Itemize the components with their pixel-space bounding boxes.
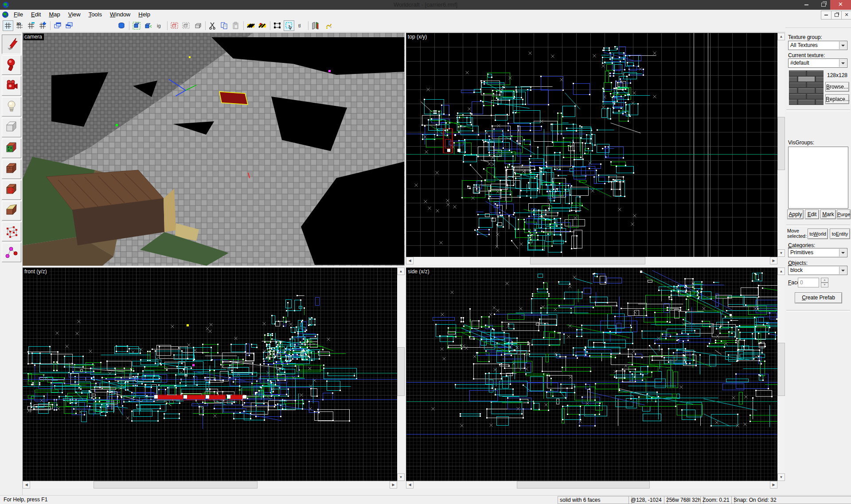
smaller-grid-icon[interactable]	[26, 20, 36, 31]
menu-view[interactable]: View	[64, 10, 85, 19]
camera-3d-scene[interactable]	[23, 33, 405, 266]
menu-tools[interactable]: Tools	[85, 10, 106, 19]
scroll-right-icon[interactable]: ▶	[770, 481, 777, 488]
clipping-tool-icon[interactable]	[2, 201, 21, 221]
texture-application-tool-icon[interactable]	[2, 139, 21, 158]
vscroll-thumb[interactable]	[777, 343, 785, 396]
group-icon[interactable]	[131, 20, 142, 31]
selected-face[interactable]	[219, 92, 248, 105]
browse-button[interactable]: Browse...	[825, 82, 849, 92]
select-touching-icon[interactable]	[284, 20, 294, 31]
viewport-side[interactable]: side (x/z)	[406, 268, 777, 481]
visgroups-list[interactable]	[788, 147, 848, 209]
load-window-state-icon[interactable]	[52, 20, 63, 31]
texture-lock-icon[interactable]: tl	[295, 20, 306, 31]
hide-unselected-icon[interactable]	[181, 20, 191, 31]
spinner-up-icon[interactable]: ▲	[821, 278, 828, 283]
mdi-minimize-button[interactable]	[821, 11, 831, 19]
menu-help[interactable]: Help	[134, 10, 154, 19]
top-vscrollbar[interactable]: ▲ ▼	[777, 33, 785, 257]
toentity-button[interactable]: toEntity	[830, 229, 850, 239]
scroll-left-icon[interactable]: ◀	[406, 481, 414, 488]
cut-icon[interactable]	[207, 20, 218, 31]
menu-edit[interactable]: Edit	[27, 10, 45, 19]
chevron-down-icon[interactable]	[839, 249, 847, 256]
ignore-groups-icon[interactable]: ig	[154, 20, 165, 31]
flip-horizontal-icon[interactable]	[310, 20, 321, 31]
mdi-restore-button[interactable]	[831, 11, 842, 19]
scroll-down-icon[interactable]: ▼	[777, 249, 785, 257]
hscroll-thumb[interactable]	[530, 257, 645, 264]
vscroll-thumb[interactable]	[777, 117, 785, 170]
apply-decals-tool-icon[interactable]	[2, 180, 21, 200]
vertex-manipulation-tool-icon[interactable]	[2, 222, 21, 241]
apply-texture-tool-icon[interactable]	[2, 159, 21, 179]
chevron-down-icon[interactable]	[839, 42, 847, 49]
paste-icon[interactable]	[230, 20, 241, 31]
run-map-icon[interactable]	[324, 20, 334, 31]
top-2d-canvas[interactable]	[406, 33, 777, 257]
mdi-close-button[interactable]: ✕	[841, 11, 851, 19]
toggle-3d-grid-icon[interactable]: 3D	[14, 20, 25, 31]
side-vscrollbar[interactable]: ▲ ▼	[777, 268, 785, 481]
side-hscrollbar[interactable]: ◀ ▶	[406, 481, 777, 488]
toworld-button[interactable]: toWorld	[808, 229, 828, 239]
scroll-up-icon[interactable]: ▲	[777, 33, 785, 40]
block-tool-icon[interactable]	[2, 118, 21, 137]
restore-button[interactable]	[817, 0, 830, 10]
apply-button[interactable]: Apply	[787, 209, 804, 219]
minimize-button[interactable]	[796, 0, 817, 10]
hscroll-thumb[interactable]	[517, 481, 650, 488]
vscroll-thumb[interactable]	[397, 347, 405, 396]
cordon-toggle-icon[interactable]	[257, 20, 268, 31]
purge-button[interactable]: Purge	[837, 209, 851, 219]
create-prefab-button[interactable]: Create Prefab	[795, 292, 842, 303]
current-texture-combo[interactable]: #default	[788, 58, 847, 68]
unhide-icon[interactable]	[192, 20, 203, 31]
magnify-tool-icon[interactable]	[2, 55, 21, 75]
scroll-left-icon[interactable]: ◀	[406, 257, 414, 264]
menu-window[interactable]: Window	[106, 10, 134, 19]
menu-file[interactable]: File	[10, 10, 27, 19]
texture-group-combo[interactable]: All Textures	[788, 41, 847, 50]
select-handles-icon[interactable]	[272, 20, 283, 31]
side-2d-canvas[interactable]	[406, 268, 777, 481]
viewport-top[interactable]: top (x/y)	[406, 33, 777, 257]
scroll-left-icon[interactable]: ◀	[23, 481, 30, 488]
larger-grid-icon[interactable]	[37, 20, 48, 31]
chevron-down-icon[interactable]	[839, 59, 847, 67]
front-hscrollbar[interactable]: ◀ ▶	[23, 481, 397, 488]
copy-icon[interactable]	[219, 20, 230, 31]
scroll-right-icon[interactable]: ▶	[770, 257, 777, 264]
carve-icon[interactable]	[116, 20, 127, 31]
categories-combo[interactable]: Primitives	[788, 248, 847, 257]
entity-tool-icon[interactable]	[2, 97, 21, 116]
toggle-grid-icon[interactable]	[3, 20, 13, 31]
viewport-front[interactable]: front (y/z)	[23, 268, 397, 481]
ungroup-icon[interactable]	[143, 20, 153, 31]
hscroll-thumb[interactable]	[94, 481, 258, 488]
cordon-edit-icon[interactable]	[246, 20, 256, 31]
mark-button[interactable]: Mark	[820, 209, 836, 219]
spinner-down-icon[interactable]: ▼	[821, 283, 828, 287]
chevron-down-icon[interactable]	[839, 267, 847, 274]
objects-combo[interactable]: block	[788, 266, 847, 275]
front-vscrollbar[interactable]: ▲ ▼	[397, 268, 405, 481]
scroll-right-icon[interactable]: ▶	[390, 481, 397, 488]
scroll-up-icon[interactable]: ▲	[397, 268, 405, 275]
camera-tool-icon[interactable]	[2, 76, 21, 96]
hide-selected-icon[interactable]	[169, 20, 180, 31]
faces-input[interactable]: 0	[798, 278, 819, 287]
close-button[interactable]: ✕	[830, 0, 851, 10]
top-hscrollbar[interactable]: ◀ ▶	[406, 257, 777, 264]
menu-map[interactable]: Map	[45, 10, 64, 19]
front-2d-canvas[interactable]	[23, 268, 397, 481]
scroll-down-icon[interactable]: ▼	[397, 473, 405, 481]
selection-tool-icon[interactable]	[2, 35, 21, 54]
save-window-state-icon[interactable]	[64, 20, 74, 31]
replace-button[interactable]: Replace...	[825, 94, 849, 104]
scroll-up-icon[interactable]: ▲	[777, 268, 785, 275]
scroll-down-icon[interactable]: ▼	[777, 473, 785, 481]
edit-button[interactable]: Edit	[805, 209, 819, 219]
path-tool-icon[interactable]	[2, 243, 21, 262]
